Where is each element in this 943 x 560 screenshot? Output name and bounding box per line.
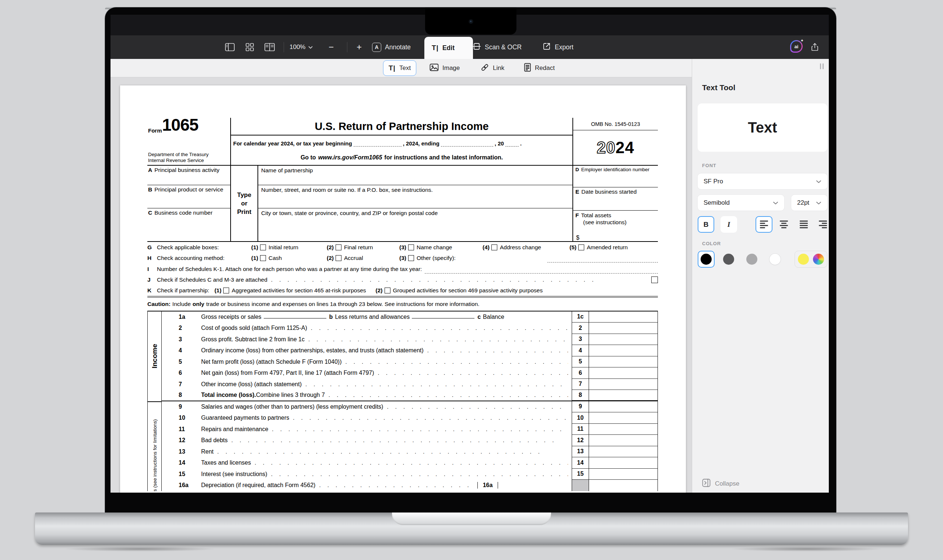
tab-export[interactable]: Export	[535, 35, 581, 59]
dot-leaders	[217, 448, 568, 455]
amount-cell[interactable]	[589, 424, 658, 435]
tool-redact[interactable]: Redact	[519, 60, 560, 76]
color-wheel-icon[interactable]	[813, 254, 824, 265]
amount-cell[interactable]	[589, 412, 658, 424]
city-field[interactable]: City or town, state or province, country…	[258, 208, 572, 242]
italic-button[interactable]: I	[721, 216, 737, 233]
caution-only: only	[193, 301, 205, 308]
laptop-shadow	[63, 546, 217, 552]
amount-cell[interactable]	[589, 356, 658, 368]
align-center-button[interactable]	[775, 216, 792, 233]
two-page-view-icon[interactable]	[263, 40, 276, 54]
check-option: (2)Accrual	[327, 255, 399, 262]
checkbox[interactable]	[408, 255, 414, 261]
sidebar-toggle-icon[interactable]	[223, 40, 236, 54]
font-family-select[interactable]: SF Pro	[698, 174, 827, 189]
street-field[interactable]: Number, street, and room or suite no. If…	[258, 185, 572, 208]
checkbox[interactable]	[385, 288, 390, 294]
k-options: (1)Aggregated activities for section 465…	[214, 287, 658, 294]
amount-cell[interactable]	[589, 334, 658, 345]
amount-cell[interactable]	[589, 345, 658, 356]
amount-cell[interactable]	[589, 469, 658, 480]
collapse-button[interactable]: Collapse	[702, 478, 739, 489]
line-1a-text: Gross receipts or sales	[201, 314, 262, 320]
amount-cell[interactable]	[589, 368, 658, 379]
align-right-button[interactable]	[814, 216, 829, 233]
share-icon[interactable]	[808, 40, 821, 54]
color-swatch-gray[interactable]	[746, 254, 757, 265]
text-style-preview[interactable]: Text	[698, 103, 827, 152]
other-specify-field[interactable]	[547, 262, 658, 263]
line-text: Rent	[201, 448, 214, 455]
checkbox[interactable]	[260, 245, 266, 250]
type-or-print: Type or Print	[231, 166, 258, 241]
panel-title: Text Tool	[702, 83, 735, 92]
key-c: C	[148, 209, 152, 216]
form-title-block: U.S. Return of Partnership Income For ca…	[231, 118, 572, 165]
align-left-button[interactable]	[755, 216, 772, 233]
line-number: 1a	[162, 314, 201, 320]
dot-leaders	[345, 358, 568, 365]
tax-year-yy-field[interactable]	[505, 145, 519, 146]
amount-cell[interactable]	[589, 457, 658, 469]
gross-receipts-field[interactable]	[264, 318, 327, 318]
tool-link[interactable]: Link	[475, 60, 510, 76]
checkbox[interactable]	[492, 245, 497, 250]
tool-image[interactable]: Image	[424, 60, 465, 76]
line-description: Cost of goods sold (attach Form 1125-A)	[201, 325, 572, 331]
redact-icon	[524, 63, 531, 74]
checkbox[interactable]	[336, 255, 342, 261]
zoom-in-button[interactable]: +	[357, 40, 362, 54]
amount-cell[interactable]	[589, 401, 658, 413]
dot-leaders	[305, 381, 568, 388]
line-description: Ordinary income (loss) from other partne…	[201, 347, 572, 354]
checkbox[interactable]	[651, 277, 658, 283]
amount-cell[interactable]	[589, 311, 658, 323]
zoom-out-button[interactable]: −	[328, 40, 334, 54]
tax-year-begin-field[interactable]	[354, 145, 402, 146]
align-justify-button[interactable]	[795, 216, 812, 233]
tax-year-mid: , 2024, ending	[403, 140, 439, 146]
amount-cell[interactable]	[589, 446, 658, 458]
checkbox[interactable]	[260, 255, 266, 261]
line-box-12: 12	[572, 435, 589, 446]
amount-cell[interactable]	[589, 390, 658, 401]
tab-scan-ocr[interactable]: Scan & OCR	[465, 35, 529, 59]
tool-text[interactable]: Text	[383, 60, 416, 76]
option-index: (2)	[327, 244, 334, 251]
font-style-select[interactable]: Semibold	[698, 195, 784, 211]
zoom-level-control[interactable]: 100%	[290, 40, 313, 54]
checkbox[interactable]	[336, 245, 342, 250]
option-label: Accrual	[344, 255, 363, 262]
partnership-name-field[interactable]: Name of partnership	[258, 166, 572, 185]
dot-leaders	[231, 437, 568, 444]
color-swatch-white[interactable]	[769, 254, 781, 265]
form-id-block: Form 1065 Department of the Treasury Int…	[147, 118, 231, 165]
font-size-select[interactable]: 22pt	[791, 195, 827, 211]
option-index: (2)	[327, 255, 334, 262]
bold-button[interactable]: B	[698, 216, 714, 233]
checkbox[interactable]	[578, 245, 584, 250]
thumbnails-view-icon[interactable]	[243, 40, 256, 54]
amount-cell[interactable]	[589, 379, 658, 390]
amount-cell[interactable]	[589, 323, 658, 334]
amount-cell[interactable]	[589, 480, 658, 491]
deductions-strip-label: Deductions (see instructions for limitat…	[152, 403, 157, 491]
amount-cell[interactable]	[589, 435, 658, 446]
dollar-sign: $	[576, 234, 579, 241]
schedules-k1-count-field[interactable]	[425, 273, 658, 274]
tax-year-end-field[interactable]	[441, 145, 493, 146]
color-swatch-dark-gray[interactable]	[723, 254, 734, 265]
checkbox[interactable]	[408, 245, 414, 250]
returns-allowances-field[interactable]	[412, 318, 475, 318]
line-description: Rent	[201, 448, 572, 455]
color-swatch-yellow[interactable]	[798, 254, 809, 265]
label-e: Date business started	[581, 189, 636, 195]
tax-year-pre: For calendar year 2024, or tax year begi…	[233, 140, 352, 146]
panel-resize-handle[interactable]	[820, 63, 824, 69]
tab-annotate[interactable]: Annotate	[365, 35, 418, 59]
line-number: 9	[162, 403, 201, 410]
ai-assistant-icon[interactable]	[790, 40, 803, 53]
checkbox[interactable]	[223, 288, 229, 294]
color-swatch-black-selected[interactable]	[698, 251, 715, 268]
